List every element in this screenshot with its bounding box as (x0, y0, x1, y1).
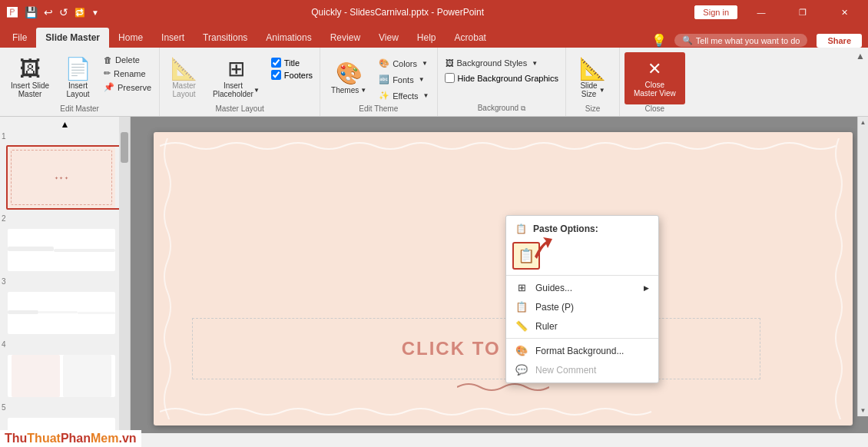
slide-thumb-4-inner (8, 355, 115, 397)
context-menu-divider-1 (506, 275, 658, 276)
close-label: Close (620, 103, 690, 114)
preserve-button[interactable]: 📌 Preserve (101, 81, 154, 94)
context-menu: 📋 Paste Options: 📋 ⊞ Guides... (505, 215, 659, 383)
slide-canvas[interactable]: Click to Add (154, 132, 853, 425)
ctx-new-comment-item: 💬 New Comment (506, 360, 658, 379)
background-styles-button[interactable]: 🖼 Background Styles ▼ (442, 57, 542, 69)
minimize-button[interactable]: — (744, 0, 779, 25)
insert-placeholder-button[interactable]: ⊞ InsertPlaceholder ▼ (207, 52, 266, 104)
window-title: Quickly - SlidesCarnival.pptx - PowerPoi… (101, 7, 694, 18)
redo-button[interactable]: ↺ (58, 5, 70, 20)
slide-panel-scroll-thumb[interactable] (121, 132, 128, 163)
close-master-view-label: CloseMaster View (634, 81, 676, 98)
slide-number-4: 4 (2, 340, 130, 349)
lightbulb-icon: 💡 (651, 33, 667, 48)
footers-checkbox[interactable]: Footers (269, 69, 315, 81)
click-to-add-title[interactable]: Click to Add (192, 318, 760, 379)
rename-button[interactable]: ✏ Rename (101, 67, 154, 80)
master-layout-checks: Title Footers (269, 52, 315, 81)
edit-master-label: Edit Master (0, 103, 159, 114)
colors-dropdown-icon: ▼ (422, 60, 428, 67)
ctx-paste-label: Paste (P) (535, 302, 574, 313)
insert-slide-master-button[interactable]: 🖼 Insert SlideMaster (5, 52, 55, 104)
slide-panel-scrollbar[interactable] (119, 117, 130, 433)
canvas-area: Click to Add ▲ ▼ 📋 Paste Options: 📋 (131, 117, 868, 433)
tab-animations[interactable]: Animations (257, 28, 320, 48)
delete-button[interactable]: 🗑 Delete (101, 54, 154, 66)
slide-panel: ▲ 1 ✦ ✦ ✦ 2 3 4 (0, 117, 131, 433)
close-master-view-button[interactable]: ✕ CloseMaster View (624, 52, 685, 104)
share-button[interactable]: Share (817, 34, 862, 48)
sign-in-button[interactable]: Sign in (694, 5, 737, 19)
hide-background-checkbox[interactable]: Hide Background Graphics (442, 72, 561, 84)
ribbon-group-edit-master: 🖼 Insert SlideMaster 📄 InsertLayout 🗑 De… (0, 48, 160, 116)
main-area: ▲ 1 ✦ ✦ ✦ 2 3 4 (0, 117, 868, 433)
colors-button[interactable]: 🎨 Colors ▼ (376, 57, 432, 70)
slide-thumb-2-inner (8, 229, 115, 271)
tab-help[interactable]: Help (408, 28, 446, 48)
slide-thumb-1[interactable]: ✦ ✦ ✦ (6, 145, 124, 210)
paste-keep-source-button[interactable]: 📋 (512, 242, 540, 270)
restore-button[interactable]: ❐ (785, 0, 820, 25)
slide-thumb-3-inner (8, 292, 115, 334)
watermark-vn: .vn (118, 432, 136, 445)
slide-size-button[interactable]: 📐 SlideSize ▼ (573, 52, 612, 104)
ribbon-group-background: 🖼 Background Styles ▼ Hide Background Gr… (438, 48, 566, 116)
paste-options-label: Paste Options: (533, 224, 598, 234)
scroll-down-button[interactable]: ▼ (857, 405, 868, 416)
tab-acrobat[interactable]: Acrobat (446, 28, 495, 48)
background-styles-icon: 🖼 (446, 58, 454, 68)
repeat-button[interactable]: 🔁 (73, 6, 87, 19)
slide-thumb-4[interactable] (6, 353, 124, 399)
slide-thumb-1-inner: ✦ ✦ ✦ (8, 147, 115, 208)
tab-slide-master[interactable]: Slide Master (36, 28, 109, 48)
undo-button[interactable]: ↩ (42, 5, 55, 20)
title-checkbox[interactable]: Title (269, 57, 315, 68)
collapse-icon: ▲ (856, 51, 865, 61)
canvas-scrollbar-right[interactable]: ▲ ▼ (857, 117, 868, 416)
guides-icon: ⊞ (515, 282, 528, 293)
tab-review[interactable]: Review (321, 28, 369, 48)
themes-button[interactable]: 🎨 Themes ▼ (325, 52, 373, 104)
ribbon-group-size: 📐 SlideSize ▼ Size (566, 48, 620, 116)
ctx-format-background-item[interactable]: 🎨 Format Background... (506, 341, 658, 360)
ctx-guides-item[interactable]: ⊞ Guides... ▶ (506, 278, 658, 297)
fonts-button[interactable]: 🔤 Fonts ▼ (376, 73, 432, 86)
tab-home[interactable]: Home (109, 28, 152, 48)
slide-number-2: 2 (2, 214, 130, 223)
master-layout-button[interactable]: 📐 MasterLayout (164, 52, 204, 104)
close-master-view-icon: ✕ (648, 59, 661, 79)
watermark-mem: Mem (91, 432, 118, 445)
ctx-ruler-item[interactable]: 📏 Ruler (506, 316, 658, 336)
left-decoration-svg (160, 138, 175, 419)
watermark: ThuThuatPhanMem.vn (0, 430, 141, 447)
insert-slide-master-icon: 🖼 (19, 58, 41, 80)
save-button[interactable]: 💾 (23, 5, 39, 20)
paste-icon: 📋 (518, 247, 535, 264)
effects-dropdown-icon: ▼ (423, 92, 429, 99)
background-expand-icon[interactable]: ⧉ (521, 104, 525, 112)
tell-me-box[interactable]: 🔍 Tell me what you want to do (674, 34, 808, 47)
slide-scroll-up[interactable]: ▲ (0, 117, 130, 132)
close-button[interactable]: ✕ (827, 0, 862, 25)
insert-layout-button[interactable]: 📄 InsertLayout (58, 52, 98, 104)
tab-file[interactable]: File (3, 28, 36, 48)
customize-quick-access-button[interactable]: ▼ (90, 7, 101, 18)
slide-thumb-3[interactable] (6, 290, 124, 336)
tab-transitions[interactable]: Transitions (194, 28, 257, 48)
effects-button[interactable]: ✨ Effects ▼ (376, 89, 432, 102)
tab-view[interactable]: View (369, 28, 408, 48)
bottom-decoration-svg (160, 404, 846, 419)
tab-insert[interactable]: Insert (152, 28, 194, 48)
delete-label: Delete (115, 55, 140, 65)
slide-thumb-2[interactable] (6, 227, 124, 273)
right-decoration-svg (831, 138, 846, 419)
slide-size-icon: 📐 (579, 58, 606, 80)
ctx-paste-item[interactable]: 📋 Paste (P) (506, 297, 658, 316)
watermark-thuat: Thuat (27, 432, 61, 445)
collapse-ribbon-button[interactable]: ▲ (853, 48, 868, 116)
insert-placeholder-label: InsertPlaceholder ▼ (213, 81, 260, 98)
ctx-paste-icon: 📋 (515, 301, 528, 313)
tell-me-label: Tell me what you want to do (696, 36, 800, 45)
scroll-up-button[interactable]: ▲ (857, 117, 868, 128)
